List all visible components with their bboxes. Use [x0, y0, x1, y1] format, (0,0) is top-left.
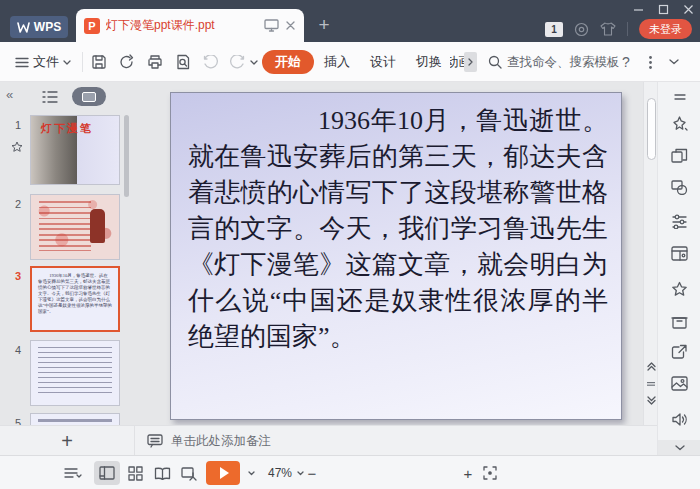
current-slide[interactable]: 1936年10月，鲁迅逝世。就在鲁迅安葬后的第三天，郁达夫含着悲愤的心情写下了这…: [170, 92, 622, 420]
minimize-icon[interactable]: [633, 4, 644, 15]
notes-placeholder: 单击此处添加备注: [171, 433, 271, 450]
ppt-file-icon: P: [84, 18, 100, 34]
slide-number-selected: 3: [10, 270, 26, 282]
slide-thumbnail-3-selected[interactable]: 1936年10月，鲁迅逝世。就在鲁迅安葬后的第三天，郁达夫含着悲愤的心情写下了这…: [30, 266, 120, 332]
chevron-down-icon: [675, 445, 685, 451]
slide-thumbnail-4[interactable]: [30, 340, 120, 406]
document-tab[interactable]: P 灯下漫笔ppt课件.ppt: [76, 9, 304, 42]
slideshow-icon: [181, 466, 197, 481]
redo-icon: [229, 55, 245, 69]
picture-button[interactable]: [658, 370, 700, 396]
save-button[interactable]: [86, 50, 112, 74]
theme-shirt-icon[interactable]: [600, 22, 616, 36]
play-options-caret[interactable]: [244, 456, 258, 489]
maximize-icon[interactable]: [658, 4, 669, 15]
undo-button[interactable]: [198, 50, 224, 74]
shapes-icon: [671, 180, 688, 195]
object-properties-button[interactable]: [658, 208, 700, 234]
save-icon: [91, 54, 107, 70]
print-button[interactable]: [142, 50, 168, 74]
collapse-panel-icon[interactable]: «: [6, 87, 13, 102]
present-monitor-icon[interactable]: [264, 19, 279, 32]
slide-thumbnail-5[interactable]: [30, 413, 120, 425]
outline-view-icon[interactable]: [42, 90, 58, 104]
wps-logo-button[interactable]: WPS: [10, 16, 68, 38]
slide-layout-button[interactable]: [658, 142, 700, 168]
normal-view-button[interactable]: [94, 461, 120, 485]
collapse-ribbon-button[interactable]: [662, 50, 686, 74]
export-button[interactable]: [114, 50, 140, 74]
box-icon: [671, 314, 688, 329]
share-button[interactable]: [658, 338, 700, 364]
notes-bubble-icon: [147, 434, 163, 448]
login-button[interactable]: 未登录: [639, 19, 692, 39]
close-window-icon[interactable]: [683, 4, 694, 15]
zoom-in-button[interactable]: +: [458, 456, 478, 489]
shapes-button[interactable]: [658, 174, 700, 200]
scroll-handle-button[interactable]: [644, 376, 658, 392]
vertical-scrollbar-thumb[interactable]: [647, 98, 656, 160]
slide-sorter-view-button[interactable]: [122, 456, 148, 489]
double-chevron-up-icon: [647, 362, 656, 371]
previous-slide-button[interactable]: [644, 358, 658, 374]
settings-circle-icon[interactable]: [574, 22, 589, 37]
close-tab-icon[interactable]: [285, 20, 296, 31]
design-templates-button[interactable]: [658, 240, 700, 266]
play-slideshow-button[interactable]: [206, 461, 240, 485]
slide-body-text[interactable]: 1936年10月，鲁迅逝世。就在鲁迅安葬后的第三天，郁达夫含着悲愤的心情写下了这…: [188, 103, 608, 355]
ribbon-tabs-scroll-button[interactable]: [464, 52, 477, 72]
slide-number: 1: [10, 119, 26, 131]
play-icon: [220, 467, 229, 479]
open-documents-badge[interactable]: 1: [545, 22, 563, 37]
template-image-icon: [671, 246, 688, 261]
sidebar-handle[interactable]: [658, 84, 700, 110]
slide-thumbnail-1[interactable]: 灯下漫笔: [30, 115, 120, 185]
quickbar-more-button[interactable]: [246, 50, 262, 74]
thumbnail-text-lines: [38, 347, 112, 395]
export-icon: [119, 54, 135, 70]
audio-button[interactable]: [658, 406, 700, 432]
slide-panel: « 1 灯下漫笔 2 3 1936年10月，鲁迅逝世。就在鲁迅安葬后的第三天，郁…: [0, 82, 135, 425]
smart-beautify-button[interactable]: [658, 110, 700, 136]
vertical-scrollbar[interactable]: [643, 82, 657, 425]
fit-screen-icon: [483, 466, 497, 480]
collapse-sidebar-button[interactable]: [658, 440, 700, 455]
ribbon-tab-transition[interactable]: 切换: [410, 50, 448, 74]
slide-row-4: 4: [0, 340, 126, 412]
chevron-down-icon: [669, 59, 679, 65]
display-options-button[interactable]: [58, 456, 88, 489]
add-slide-button[interactable]: +: [0, 426, 135, 456]
chevron-down-icon: [250, 60, 258, 65]
titlebar-divider: [627, 22, 628, 36]
titlebar-right-icons: 1 未登录: [545, 18, 692, 40]
ribbon-tab-design[interactable]: 设计: [364, 50, 402, 74]
next-slide-button[interactable]: [644, 392, 658, 408]
sliders-icon: [671, 214, 688, 229]
slide-row-2: 2: [0, 194, 126, 266]
print-preview-button[interactable]: [170, 50, 196, 74]
notes-input[interactable]: 单击此处添加备注: [135, 426, 657, 456]
zoom-out-button[interactable]: −: [302, 456, 322, 489]
thumbnail-view-toggle[interactable]: [72, 87, 106, 106]
file-menu-button[interactable]: 文件: [8, 50, 78, 74]
speaker-icon: [671, 412, 688, 427]
panel-scrollbar-thumb[interactable]: [124, 115, 129, 197]
zoom-level-display[interactable]: 47%: [262, 456, 298, 489]
grid-view-icon: [128, 466, 143, 481]
command-search-box[interactable]: 查找命令、搜索模板: [488, 50, 620, 74]
more-dots-icon: [649, 56, 652, 69]
new-tab-button[interactable]: +: [312, 12, 336, 38]
ribbon-more-button[interactable]: [642, 50, 658, 74]
wps-logo-label: WPS: [34, 20, 61, 34]
slide-thumbnail-2[interactable]: [30, 194, 120, 260]
panel-scrollbar[interactable]: [124, 112, 129, 425]
help-button[interactable]: ?: [616, 50, 636, 74]
favorites-button[interactable]: [658, 276, 700, 302]
toolbox-button[interactable]: [658, 308, 700, 334]
slideshow-setup-button[interactable]: [176, 456, 202, 489]
ribbon-tab-home[interactable]: 开始: [262, 50, 314, 74]
fit-to-window-button[interactable]: [478, 456, 502, 489]
slide-row-1: 1 灯下漫笔: [0, 115, 126, 187]
ribbon-tab-insert[interactable]: 插入: [318, 50, 356, 74]
reading-view-button[interactable]: [149, 456, 175, 489]
